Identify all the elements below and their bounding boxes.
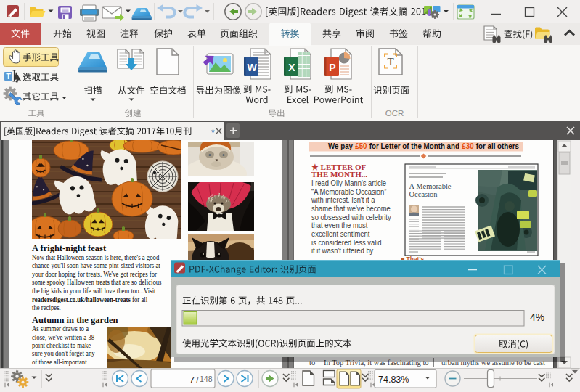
svg-text:of those all-important: of those all-important — [32, 358, 87, 365]
svg-text:excellent sentiment: excellent sentiment — [311, 229, 370, 238]
svg-text:point checklist to make: point checklist to make — [32, 342, 91, 349]
svg-text:OCR: OCR — [385, 109, 404, 118]
svg-text:P: P — [329, 62, 335, 73]
svg-text:chance you'll soon have some p: chance you'll soon have some pint-sized … — [32, 262, 160, 269]
svg-text:“A Memorable Occasion”: “A Memorable Occasion” — [311, 187, 387, 196]
svg-text:some spooky Halloween treats t: some spooky Halloween treats that are so… — [32, 279, 162, 286]
svg-text:I read Olly Mann's article: I read Olly Mann's article — [311, 179, 386, 187]
svg-text:readersdigest.co.uk/halloween-: readersdigest.co.uk/halloween-treats — [32, 295, 131, 303]
svg-text:if it wasn't uttered by: if it wasn't uttered by — [311, 247, 374, 256]
svg-text:THE MONTH...: THE MONTH... — [311, 170, 367, 179]
svg-text:We pay: We pay — [328, 142, 353, 150]
svg-text:*: * — [211, 128, 215, 138]
svg-text:the recipes.: the recipes. — [32, 304, 61, 311]
svg-text:7: 7 — [189, 375, 195, 385]
svg-text:As summer draws to a: As summer draws to a — [32, 325, 89, 332]
svg-text:sure you don't forget any: sure you don't forget any — [32, 350, 95, 357]
svg-text:A Memorable: A Memorable — [409, 182, 452, 190]
svg-text:X: X — [288, 62, 295, 73]
svg-text:A fright-night feast: A fright-night feast — [32, 243, 107, 253]
svg-text:T: T — [387, 56, 393, 68]
svg-text:74.83%: 74.83% — [378, 375, 409, 385]
svg-text:so obsessed with celebrity: so obsessed with celebrity — [311, 213, 391, 221]
svg-text:Autumn in the garden: Autumn in the garden — [32, 315, 118, 325]
svg-text:Now that Halloween season is h: Now that Halloween season is here, there… — [32, 253, 160, 261]
svg-text:£50: £50 — [355, 142, 367, 150]
svg-text:close, we've written a 38-: close, we've written a 38- — [32, 333, 97, 340]
svg-text:W: W — [247, 62, 257, 73]
svg-text:shame that we've become: shame that we've become — [311, 204, 391, 213]
svg-text:is considered less valid: is considered less valid — [311, 238, 382, 247]
svg-text:your door hoping for treats. W: your door hoping for treats. We've got r… — [32, 270, 157, 277]
svg-text:that even the most: that even the most — [311, 221, 367, 230]
svg-text:148: 148 — [200, 375, 213, 383]
svg-text:for all: for all — [132, 295, 148, 303]
svg-text:the big kids in your life will: the big kids in your life will love them… — [32, 287, 156, 295]
svg-text:Occasion: Occasion — [409, 190, 438, 198]
svg-text:£30: £30 — [462, 142, 474, 150]
svg-text:with interest. Isn't it a: with interest. Isn't it a — [311, 196, 375, 205]
svg-text:for all others: for all others — [476, 142, 519, 150]
svg-text:/: / — [196, 375, 199, 385]
svg-text:T: T — [6, 72, 11, 81]
svg-text:4%: 4% — [530, 311, 544, 323]
svg-text:for Letter of the Month and: for Letter of the Month and — [369, 142, 459, 150]
